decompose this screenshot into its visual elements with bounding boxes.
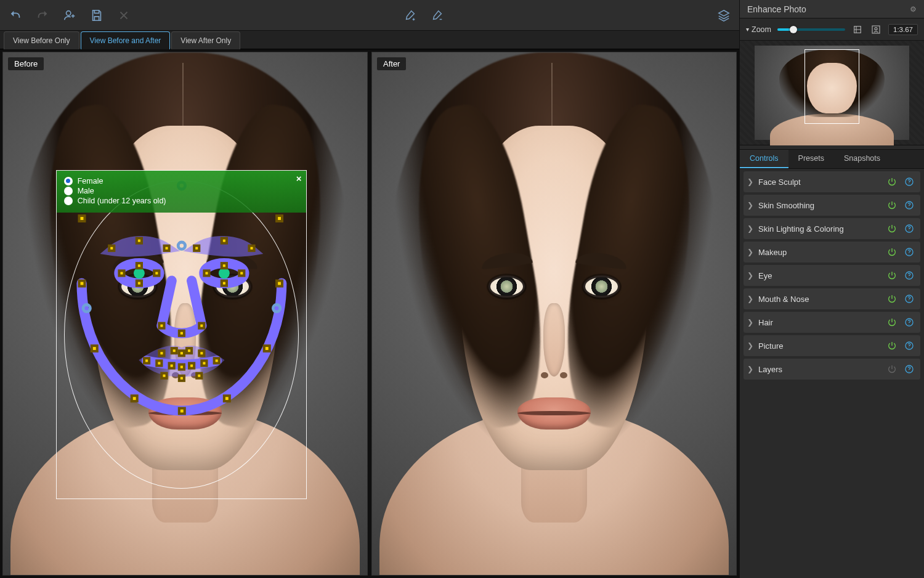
svg-rect-28 bbox=[159, 323, 164, 328]
redo-icon[interactable] bbox=[36, 9, 49, 22]
svg-point-68 bbox=[909, 348, 909, 348]
svg-rect-42 bbox=[201, 360, 206, 365]
power-icon[interactable] bbox=[886, 340, 898, 352]
chevron-right-icon: ❯ bbox=[747, 177, 756, 186]
zoom-slider[interactable] bbox=[777, 28, 845, 31]
canvas-area: Before × Female Male bbox=[0, 49, 739, 578]
svg-rect-39 bbox=[169, 363, 174, 368]
tab-view-after-only[interactable]: View After Only bbox=[171, 31, 240, 49]
svg-point-46 bbox=[178, 242, 185, 249]
power-icon[interactable] bbox=[886, 363, 898, 375]
control-row-face-sculpt[interactable]: ❯Face Sculpt bbox=[744, 171, 920, 192]
control-row-layers[interactable]: ❯Layers bbox=[744, 359, 920, 380]
svg-rect-11 bbox=[131, 396, 137, 401]
help-icon[interactable] bbox=[903, 363, 915, 375]
brush-add-icon[interactable] bbox=[403, 9, 417, 22]
svg-rect-37 bbox=[214, 358, 219, 363]
svg-rect-33 bbox=[171, 348, 176, 353]
zoom-row: ▾Zoom 1:3.67 bbox=[740, 18, 924, 41]
control-name: Layers bbox=[758, 365, 886, 374]
control-row-skin-smoothing[interactable]: ❯Skin Smoothing bbox=[744, 195, 920, 216]
power-icon[interactable] bbox=[886, 176, 898, 188]
save-icon[interactable] bbox=[90, 9, 103, 22]
svg-rect-22 bbox=[154, 271, 159, 275]
zoom-fit-icon[interactable] bbox=[851, 23, 864, 36]
power-icon[interactable] bbox=[886, 199, 898, 211]
svg-rect-18 bbox=[222, 238, 227, 243]
reject-icon[interactable] bbox=[117, 9, 131, 22]
power-icon[interactable] bbox=[886, 293, 898, 305]
control-row-makeup[interactable]: ❯Makeup bbox=[744, 242, 920, 263]
svg-point-56 bbox=[909, 207, 909, 208]
svg-rect-25 bbox=[222, 263, 227, 268]
navigator-viewport[interactable] bbox=[804, 49, 860, 124]
svg-rect-24 bbox=[204, 271, 209, 275]
svg-rect-9 bbox=[91, 346, 97, 351]
help-icon[interactable] bbox=[903, 316, 915, 328]
help-icon[interactable] bbox=[903, 222, 915, 235]
svg-point-60 bbox=[909, 254, 909, 254]
help-icon[interactable] bbox=[903, 340, 915, 352]
undo-icon[interactable] bbox=[9, 9, 22, 22]
svg-rect-7 bbox=[79, 280, 84, 286]
svg-point-0 bbox=[67, 10, 71, 15]
power-icon[interactable] bbox=[886, 316, 898, 328]
control-name: Hair bbox=[758, 318, 886, 327]
control-row-picture[interactable]: ❯Picture bbox=[744, 335, 920, 356]
close-icon[interactable]: × bbox=[296, 173, 302, 184]
navigator[interactable] bbox=[740, 41, 924, 145]
control-name: Mouth & Nose bbox=[758, 295, 886, 304]
help-icon[interactable] bbox=[903, 293, 915, 305]
svg-point-54 bbox=[909, 184, 909, 184]
zoom-face-icon[interactable] bbox=[870, 23, 882, 36]
brush-remove-icon[interactable] bbox=[431, 9, 444, 22]
svg-rect-27 bbox=[222, 280, 227, 285]
layers-icon[interactable] bbox=[717, 9, 731, 22]
tab-controls[interactable]: Controls bbox=[740, 150, 788, 168]
svg-point-66 bbox=[909, 324, 909, 325]
controls-list: ❯Face Sculpt❯Skin Smoothing❯Skin Lightin… bbox=[740, 169, 924, 382]
view-mode-tabs: View Before Only View Before and After V… bbox=[0, 31, 739, 49]
svg-point-52 bbox=[875, 27, 877, 30]
chevron-right-icon: ❯ bbox=[747, 224, 756, 233]
gender-option-male[interactable]: Male bbox=[64, 187, 299, 195]
power-icon[interactable] bbox=[886, 246, 898, 258]
sidebar-title: Enhance Photo bbox=[747, 4, 806, 14]
svg-rect-30 bbox=[199, 323, 204, 328]
svg-rect-21 bbox=[137, 263, 142, 268]
tab-snapshots[interactable]: Snapshots bbox=[834, 150, 890, 168]
help-icon[interactable] bbox=[903, 269, 915, 282]
control-name: Skin Smoothing bbox=[758, 201, 886, 210]
gender-option-female[interactable]: Female bbox=[64, 177, 299, 185]
chevron-right-icon: ❯ bbox=[747, 365, 756, 373]
tab-view-before-only[interactable]: View Before Only bbox=[4, 31, 79, 49]
svg-rect-6 bbox=[277, 216, 282, 221]
control-name: Skin Lighting & Coloring bbox=[758, 224, 886, 234]
before-pane[interactable]: Before × Female Male bbox=[2, 52, 368, 576]
face-landmark-box[interactable]: × Female Male Child (under 12 years old) bbox=[56, 170, 307, 499]
zoom-toggle[interactable]: ▾Zoom bbox=[746, 25, 771, 34]
control-row-eye[interactable]: ❯Eye bbox=[744, 265, 920, 286]
power-icon[interactable] bbox=[886, 222, 898, 235]
svg-rect-51 bbox=[872, 26, 880, 33]
svg-rect-23 bbox=[137, 280, 142, 285]
after-pane[interactable]: After bbox=[371, 52, 737, 576]
power-icon[interactable] bbox=[886, 269, 898, 282]
top-toolbar bbox=[0, 0, 739, 31]
gear-icon[interactable]: ⚙ bbox=[910, 5, 917, 14]
gender-option-child[interactable]: Child (under 12 years old) bbox=[64, 197, 299, 205]
zoom-value[interactable]: 1:3.67 bbox=[888, 24, 918, 35]
svg-rect-19 bbox=[249, 246, 254, 251]
tab-view-before-and-after[interactable]: View Before and After bbox=[81, 31, 171, 49]
help-icon[interactable] bbox=[903, 176, 915, 188]
sidebar: Enhance Photo ⚙ ▾Zoom 1:3.67 Controls Pr… bbox=[739, 0, 924, 578]
control-row-mouth-nose[interactable]: ❯Mouth & Nose bbox=[744, 288, 920, 309]
svg-rect-13 bbox=[224, 396, 230, 401]
profile-add-icon[interactable] bbox=[63, 9, 76, 22]
control-row-skin-lighting-coloring[interactable]: ❯Skin Lighting & Coloring bbox=[744, 218, 920, 239]
svg-rect-12 bbox=[179, 408, 185, 413]
help-icon[interactable] bbox=[903, 199, 915, 211]
tab-presets[interactable]: Presets bbox=[788, 150, 834, 168]
control-row-hair[interactable]: ❯Hair bbox=[744, 312, 920, 333]
help-icon[interactable] bbox=[903, 246, 915, 258]
